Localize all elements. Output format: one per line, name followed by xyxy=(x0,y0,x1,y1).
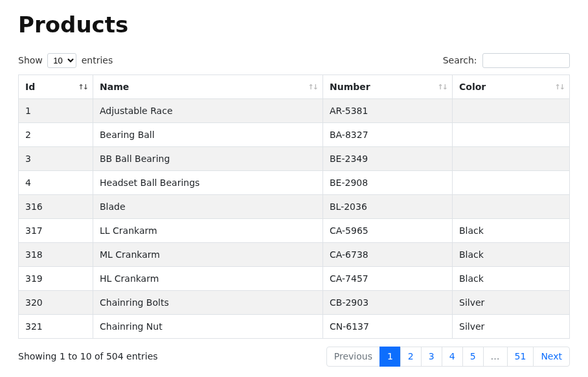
page-ellipsis: … xyxy=(483,347,508,367)
cell-number: CN-6137 xyxy=(323,315,453,339)
cell-color: Black xyxy=(453,267,570,291)
cell-number: BA-8327 xyxy=(323,123,453,147)
cell-name: HL Crankarm xyxy=(93,267,323,291)
cell-id: 318 xyxy=(19,243,93,267)
cell-color xyxy=(453,99,570,123)
cell-id: 320 xyxy=(19,291,93,315)
sort-icon: ↑↓ xyxy=(438,83,447,91)
table-row: 319HL CrankarmCA-7457Black xyxy=(19,267,570,291)
cell-id: 317 xyxy=(19,219,93,243)
cell-number: CA-6738 xyxy=(323,243,453,267)
page-4[interactable]: 4 xyxy=(442,347,463,367)
sort-icon: ↑↓ xyxy=(555,83,564,91)
cell-number: CA-5965 xyxy=(323,219,453,243)
table-row: 4Headset Ball BearingsBE-2908 xyxy=(19,171,570,195)
cell-number: CB-2903 xyxy=(323,291,453,315)
cell-name: BB Ball Bearing xyxy=(93,147,323,171)
page-51[interactable]: 51 xyxy=(507,347,534,367)
search-label: Search: xyxy=(443,55,477,65)
cell-number: BE-2349 xyxy=(323,147,453,171)
cell-color: Black xyxy=(453,219,570,243)
cell-id: 319 xyxy=(19,267,93,291)
cell-name: LL Crankarm xyxy=(93,219,323,243)
cell-id: 1 xyxy=(19,99,93,123)
cell-color xyxy=(453,123,570,147)
pagination: Previous12345…51Next xyxy=(326,347,570,367)
cell-number: AR-5381 xyxy=(323,99,453,123)
cell-id: 2 xyxy=(19,123,93,147)
table-row: 320Chainring BoltsCB-2903Silver xyxy=(19,291,570,315)
page-3[interactable]: 3 xyxy=(421,347,442,367)
table-row: 1Adjustable RaceAR-5381 xyxy=(19,99,570,123)
cell-id: 321 xyxy=(19,315,93,339)
show-label-pre: Show xyxy=(18,55,43,65)
page-length-select[interactable]: 10 xyxy=(47,53,76,68)
cell-number: BE-2908 xyxy=(323,171,453,195)
cell-color xyxy=(453,195,570,219)
table-row: 316BladeBL-2036 xyxy=(19,195,570,219)
cell-name: Chainring Nut xyxy=(93,315,323,339)
page-5[interactable]: 5 xyxy=(462,347,484,367)
col-header-color[interactable]: Color ↑↓ xyxy=(453,75,570,99)
cell-color: Silver xyxy=(453,291,570,315)
col-header-name[interactable]: Name ↑↓ xyxy=(93,75,323,99)
col-header-number[interactable]: Number ↑↓ xyxy=(323,75,453,99)
table-info: Showing 1 to 10 of 504 entries xyxy=(18,351,158,361)
cell-name: Blade xyxy=(93,195,323,219)
table-row: 318ML CrankarmCA-6738Black xyxy=(19,243,570,267)
page-length-control: Show 10 entries xyxy=(18,53,113,68)
table-row: 321Chainring NutCN-6137Silver xyxy=(19,315,570,339)
cell-color xyxy=(453,147,570,171)
table-row: 2Bearing BallBA-8327 xyxy=(19,123,570,147)
cell-id: 4 xyxy=(19,171,93,195)
table-row: 3BB Ball BearingBE-2349 xyxy=(19,147,570,171)
page-1[interactable]: 1 xyxy=(379,347,401,367)
cell-name: ML Crankarm xyxy=(93,243,323,267)
cell-color: Silver xyxy=(453,315,570,339)
search-input[interactable] xyxy=(482,53,570,68)
page-next[interactable]: Next xyxy=(533,347,570,367)
products-table: Id ↑↓ Name ↑↓ Number ↑↓ Color ↑↓ 1Adjust… xyxy=(18,74,570,339)
cell-name: Headset Ball Bearings xyxy=(93,171,323,195)
table-row: 317LL CrankarmCA-5965Black xyxy=(19,219,570,243)
page-previous[interactable]: Previous xyxy=(326,347,380,367)
cell-name: Chainring Bolts xyxy=(93,291,323,315)
cell-color xyxy=(453,171,570,195)
cell-number: BL-2036 xyxy=(323,195,453,219)
sort-icon: ↑↓ xyxy=(78,83,87,91)
cell-name: Adjustable Race xyxy=(93,99,323,123)
cell-color: Black xyxy=(453,243,570,267)
search-control: Search: xyxy=(443,53,570,68)
sort-icon: ↑↓ xyxy=(308,83,317,91)
cell-number: CA-7457 xyxy=(323,267,453,291)
page-title: Products xyxy=(18,12,570,38)
show-label-post: entries xyxy=(82,55,113,65)
cell-name: Bearing Ball xyxy=(93,123,323,147)
cell-id: 3 xyxy=(19,147,93,171)
page-2[interactable]: 2 xyxy=(400,347,422,367)
cell-id: 316 xyxy=(19,195,93,219)
col-header-id[interactable]: Id ↑↓ xyxy=(19,75,93,99)
